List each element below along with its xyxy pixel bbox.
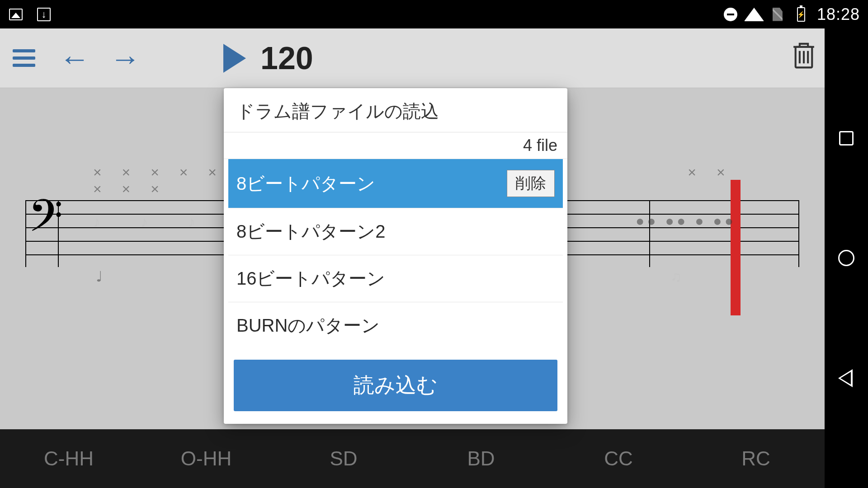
status-time: 18:28 xyxy=(817,5,860,24)
image-notification-icon xyxy=(8,7,24,22)
wifi-icon xyxy=(746,7,762,22)
no-sim-icon xyxy=(770,7,785,22)
dialog-file-count: 4 file xyxy=(224,132,567,159)
file-item-label: BURNのパターン xyxy=(236,313,380,338)
status-bar: 18:28 xyxy=(0,0,868,28)
nav-home-button[interactable] xyxy=(835,247,857,269)
nav-back-button[interactable] xyxy=(835,367,857,389)
dialog-file-list: 8ビートパターン 削除 8ビートパターン2 16ビートパターン BURNのパター… xyxy=(224,159,567,349)
file-item[interactable]: 8ビートパターン2 xyxy=(228,208,563,255)
dialog-title: ドラム譜ファイルの読込 xyxy=(224,88,567,132)
file-item[interactable]: 16ビートパターン xyxy=(228,255,563,302)
file-item-label: 16ビートパターン xyxy=(236,266,386,291)
file-item[interactable]: BURNのパターン xyxy=(228,302,563,349)
delete-button[interactable]: 削除 xyxy=(507,170,555,197)
file-item-label: 8ビートパターン xyxy=(236,171,375,196)
dnd-icon xyxy=(723,7,738,22)
download-notification-icon xyxy=(36,7,52,22)
file-load-dialog: ドラム譜ファイルの読込 4 file 8ビートパターン 削除 8ビートパターン2… xyxy=(224,88,567,424)
battery-charging-icon xyxy=(793,7,809,22)
nav-recent-button[interactable] xyxy=(835,127,857,149)
file-item-label: 8ビートパターン2 xyxy=(236,219,386,244)
app: ← → 120 𝄢 × × × × × × × × xyxy=(0,28,825,488)
file-item[interactable]: 8ビートパターン 削除 xyxy=(228,159,563,208)
load-button[interactable]: 読み込む xyxy=(234,360,557,411)
system-nav-rail xyxy=(825,28,868,488)
